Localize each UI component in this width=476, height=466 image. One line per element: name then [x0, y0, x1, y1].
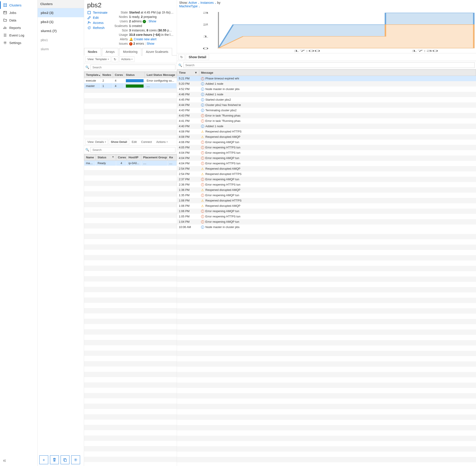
event-row[interactable]: 1:36 PM⚠Reopened disrupted AMQP	[177, 187, 476, 193]
nodes-value: 1 ready, 2 preparing	[129, 15, 157, 19]
add-cluster-button[interactable]: ＋	[39, 455, 48, 464]
details-search-input[interactable]	[91, 147, 175, 153]
node-actions-dropdown[interactable]: Actions▾	[154, 139, 169, 144]
nav-clusters[interactable]: Clusters	[0, 1, 37, 9]
refresh-button[interactable]: Refresh	[87, 26, 107, 30]
col-message[interactable]: Message	[199, 70, 476, 76]
col-name[interactable]: Name	[84, 154, 96, 160]
search-icon: 🔍	[178, 63, 182, 67]
col-last-status[interactable]: Last Status Message	[145, 72, 177, 78]
col-cores[interactable]: Cores	[116, 154, 127, 160]
show-detail-events-button[interactable]: Show Detail	[186, 54, 209, 60]
cluster-settings-button[interactable]	[71, 455, 80, 464]
cluster-item[interactable]: slurm	[38, 45, 84, 54]
nav-data[interactable]: Data	[0, 16, 37, 24]
col-template[interactable]: Template▲	[84, 72, 101, 78]
col-pg[interactable]: Placement Group	[141, 154, 167, 160]
col-nodes[interactable]: Nodes	[101, 72, 113, 78]
event-row[interactable]: 2:54 PM⚠Reopened disrupted HTTPS	[177, 171, 476, 177]
nodes-actions-dropdown[interactable]: Actions▾	[119, 56, 135, 62]
event-row[interactable]: 4:40 PMiAdded 1 node	[177, 124, 476, 129]
event-row[interactable]: 4:45 PMiStarted cluster pbs2	[177, 97, 476, 102]
event-row[interactable]: 2:36 PM!Error reopening HTTPS tun	[177, 182, 476, 187]
svg-rect-7	[64, 459, 66, 462]
edit-button[interactable]: Edit	[87, 16, 107, 20]
users-show-link[interactable]: Show	[148, 20, 156, 23]
event-row[interactable]: 4:04 PM!Error reopening HTTPS tun	[177, 150, 476, 155]
nodes-grid[interactable]: Template▲ Nodes Cores Status Last Status…	[84, 72, 177, 138]
show-detail-button[interactable]: Show Detail	[109, 139, 129, 145]
terminate-button[interactable]: Terminate	[87, 11, 107, 14]
copy-cluster-button[interactable]	[61, 455, 70, 464]
event-row[interactable]: 4:43 PMiTerminating cluster pbs2	[177, 108, 476, 113]
event-row[interactable]: 4:06 PM!Error reopening AMQP tun	[177, 140, 476, 145]
nav-reports[interactable]: Reports	[0, 24, 37, 31]
event-row[interactable]: 4:52 PMiNode master in cluster pbs	[177, 86, 476, 92]
event-row[interactable]: 1:05 PM!Error reopening HTTPS tun	[177, 214, 476, 219]
view-details-dropdown[interactable]: View: Details▾	[85, 139, 108, 145]
nav-jobs[interactable]: Jobs	[0, 9, 37, 16]
event-row[interactable]: 4:08 PM⚠Reopened disrupted AMQP	[177, 134, 476, 140]
svg-rect-9	[88, 11, 91, 14]
issues-show-link[interactable]: Show	[147, 42, 154, 45]
table-row[interactable]: execute24Error configuring so...	[84, 78, 177, 83]
warning-icon: ⚠	[201, 130, 204, 133]
tab-arrays[interactable]: Arrays	[102, 48, 118, 56]
event-row[interactable]: 1:06 PM⚠Reopened disrupted AMQP	[177, 203, 476, 209]
col-cores[interactable]: Cores	[113, 72, 124, 78]
event-row[interactable]: 2:37 PM!Error reopening AMQP tun	[177, 177, 476, 182]
nav-event-log[interactable]: Event Log	[0, 31, 37, 39]
nodes-search-input[interactable]	[91, 65, 175, 70]
events-search-input[interactable]	[183, 62, 475, 68]
event-row[interactable]: 5:21 PM!Phase timeout expired whi	[177, 76, 476, 81]
col-time[interactable]: Time ▼	[177, 70, 199, 76]
event-row[interactable]: 4:04 PM!Error reopening HTTPS tun	[177, 161, 476, 166]
col-status[interactable]: Status	[124, 72, 145, 78]
details-grid[interactable]: Name Status ▼ Cores Host/IP Placement Gr…	[84, 154, 177, 466]
table-row[interactable]: master14....	[84, 83, 177, 88]
event-row[interactable]: 4:41 PM!Error in task "Running phas	[177, 118, 476, 124]
connect-node-button[interactable]: Connect	[139, 139, 153, 144]
cluster-item[interactable]: pbs2 (3)	[38, 8, 84, 17]
event-row[interactable]: 10:06 AMiNode master in cluster pbs	[177, 224, 476, 230]
col-host[interactable]: Host/IP	[127, 154, 141, 160]
nav-settings[interactable]: Settings	[0, 39, 37, 47]
event-row[interactable]: 2:54 PM⚠Reopened disrupted AMQP	[177, 166, 476, 171]
event-row[interactable]: 4:04 PM!Error reopening AMQP tun	[177, 155, 476, 161]
tab-azure-scalesets[interactable]: Azure Scalesets	[142, 48, 172, 56]
event-row[interactable]: 4:43 PM!Error in task "Running phas	[177, 113, 476, 118]
tab-monitoring[interactable]: Monitoring	[119, 48, 141, 56]
create-alert-link[interactable]: Create new alert	[134, 37, 157, 41]
instance-chart: 0 1 2 3 17:00 17:30	[177, 9, 476, 53]
event-row[interactable]: 1:06 PM⚠Reopened disrupted HTTPS	[177, 198, 476, 203]
cluster-item[interactable]: pbs3 (1)	[38, 17, 84, 26]
warning-icon: ⚠	[201, 188, 204, 192]
show-machinetype-dropdown[interactable]: MachineType ⌄	[179, 4, 200, 8]
access-button[interactable]: Access	[87, 21, 107, 24]
cluster-icon	[3, 3, 8, 7]
event-row[interactable]: 1:35 PM!Error reopening AMQP tun	[177, 193, 476, 198]
event-row[interactable]: 4:44 PMiCluster pbs2 has finished te	[177, 102, 476, 108]
cluster-item[interactable]: slurm1 (7)	[38, 26, 84, 35]
event-log[interactable]: Time ▼ Message 5:21 PM!Phase timeout exp…	[177, 70, 476, 466]
refresh-events-button[interactable]: ↻	[178, 54, 185, 60]
show-active-dropdown[interactable]: Active ⌄	[188, 1, 199, 4]
table-row[interactable]: masterReady4ip-0A0...........	[84, 160, 177, 166]
tab-nodes[interactable]: Nodes	[84, 48, 101, 56]
delete-cluster-button[interactable]	[50, 455, 59, 464]
edit-node-button[interactable]: Edit	[130, 139, 139, 144]
view-template-dropdown[interactable]: View: Template▾	[85, 56, 111, 62]
refresh-nodes-button[interactable]: ↻	[112, 56, 118, 62]
search-icon: 🔍	[85, 65, 89, 69]
collapse-nav-button[interactable]	[0, 456, 37, 466]
col-ke[interactable]: Ke	[167, 154, 177, 160]
event-row[interactable]: 4:05 PM!Error reopening HTTPS tun	[177, 145, 476, 150]
event-row[interactable]: 5:20 PMiAdded 1 node	[177, 81, 476, 86]
event-row[interactable]: 4:46 PMiAdded 1 node	[177, 92, 476, 97]
cluster-item[interactable]: pbs1	[38, 35, 84, 45]
show-instances-dropdown[interactable]: Instances ⌄	[200, 1, 216, 4]
event-row[interactable]: 1:06 PM!Error reopening AMQP tun	[177, 209, 476, 214]
event-row[interactable]: 1:04 PM!Error reopening AMQP tun	[177, 219, 476, 224]
event-row[interactable]: 4:08 PM⚠Reopened disrupted HTTPS	[177, 129, 476, 134]
col-status[interactable]: Status ▼	[96, 154, 116, 160]
